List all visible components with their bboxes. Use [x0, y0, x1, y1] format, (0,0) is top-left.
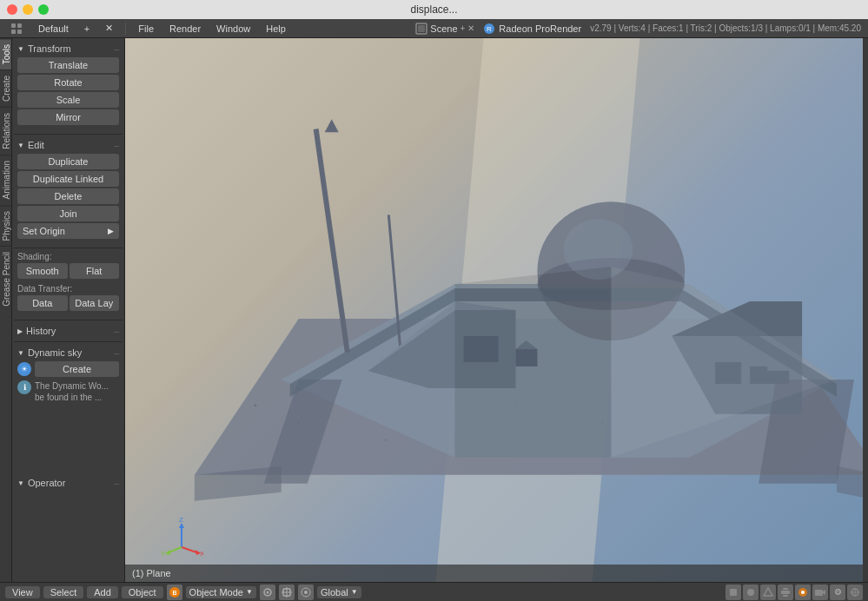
transform-section-content: Translate Rotate Scale Mirror: [14, 57, 123, 130]
panel-spacer: [14, 406, 123, 476]
view-menu-button[interactable]: View: [5, 586, 40, 598]
file-menu[interactable]: File: [131, 22, 161, 36]
add-layout-button[interactable]: +: [77, 22, 96, 36]
shading-buttons-row: Smooth Flat: [17, 263, 119, 279]
object-mode-arrow: ▼: [246, 588, 253, 596]
delete-button[interactable]: Delete: [17, 188, 119, 204]
render-icon[interactable]: [795, 584, 811, 600]
window-menu[interactable]: Window: [209, 22, 257, 36]
scene-icon: [415, 23, 427, 35]
camera-icon[interactable]: [812, 584, 828, 600]
join-button[interactable]: Join: [17, 206, 119, 221]
history-label: History: [26, 326, 56, 336]
scale-button[interactable]: Scale: [17, 92, 119, 108]
remove-layout-button[interactable]: ✕: [98, 21, 120, 36]
svg-text:Z: Z: [179, 516, 183, 524]
svg-rect-64: [730, 589, 737, 596]
object-mode-dropdown[interactable]: Object Mode ▼: [186, 586, 256, 598]
operator-section-header[interactable]: ▼ Operator –: [14, 476, 123, 490]
object-menu-button[interactable]: Object: [122, 586, 163, 598]
help-menu[interactable]: Help: [259, 22, 293, 36]
maximize-button[interactable]: [38, 4, 49, 15]
status-icon-1[interactable]: [726, 584, 741, 600]
translate-button[interactable]: Translate: [17, 57, 119, 73]
svg-point-65: [747, 589, 754, 596]
set-origin-dropdown[interactable]: Set Origin ▶: [17, 223, 119, 239]
svg-marker-42: [455, 267, 612, 458]
tools-tab[interactable]: Tools: [0, 38, 11, 69]
dynamic-sky-info: ℹ The Dynamic Wo... be found in the ...: [17, 380, 119, 403]
svg-marker-73: [823, 590, 825, 595]
data-transfer-section: Data Transfer: Data Data Lay: [14, 284, 123, 316]
edit-section-content: Duplicate Duplicate Linked Delete Join S…: [14, 154, 123, 244]
render-engine[interactable]: Radeon ProRender: [499, 23, 581, 34]
duplicate-linked-button[interactable]: Duplicate Linked: [17, 171, 119, 187]
history-collapse-icon: ▶: [17, 327, 23, 335]
dynamic-sky-content: ☀ Create ℹ The Dynamic Wo... be found in…: [14, 361, 123, 406]
section-divider-1: [14, 134, 123, 135]
section-divider-2: [14, 248, 123, 248]
window-title: displace...: [410, 3, 457, 16]
svg-point-63: [304, 591, 308, 594]
mirror-button[interactable]: Mirror: [17, 109, 119, 125]
edit-section-header[interactable]: ▼ Edit –: [14, 138, 123, 152]
left-panel: ▼ Transform – Translate Rotate Scale Mir…: [12, 38, 125, 582]
animation-tab[interactable]: Animation: [0, 155, 11, 204]
minimize-button[interactable]: [23, 4, 33, 15]
transform-icon[interactable]: [279, 584, 295, 600]
svg-marker-45: [837, 466, 863, 501]
dynamic-sky-section-header[interactable]: ▼ Dynamic sky –: [14, 346, 123, 360]
close-button[interactable]: [7, 4, 17, 15]
data-lay-button[interactable]: Data Lay: [70, 295, 120, 311]
dynamic-sky-label: Dynamic sky: [28, 347, 82, 358]
default-layout[interactable]: Default: [31, 22, 76, 36]
snap-icon[interactable]: [260, 584, 275, 600]
rotate-button[interactable]: Rotate: [17, 75, 119, 90]
status-icon-3[interactable]: [760, 584, 776, 600]
menubar: Default + ✕ File Render Window Help Scen…: [0, 19, 868, 38]
global-label: Global: [321, 587, 348, 598]
svg-point-58: [266, 591, 268, 593]
blender-icon[interactable]: B: [167, 584, 182, 600]
add-menu-button[interactable]: Add: [87, 586, 118, 598]
svg-rect-1: [17, 23, 22, 28]
grease-pencil-tab[interactable]: Grease Pencil: [0, 246, 11, 312]
edit-collapse-icon: ▼: [17, 142, 24, 149]
layout-icon[interactable]: [3, 21, 30, 36]
render-engine-icon: R: [483, 23, 495, 35]
shading-label: Shading:: [17, 252, 119, 261]
settings-icon-1[interactable]: ⚙: [830, 584, 845, 600]
svg-marker-23: [325, 119, 339, 132]
history-section-header[interactable]: ▶ History –: [14, 324, 123, 338]
viewport[interactable]: Remaining: 0:00:00 Iteration: 50/50: [125, 38, 863, 582]
transform-collapse-icon: ▼: [17, 45, 24, 53]
operator-label: Operator: [28, 478, 65, 488]
global-arrow: ▼: [351, 588, 358, 596]
duplicate-button[interactable]: Duplicate: [17, 154, 119, 169]
section-divider-3: [14, 320, 123, 320]
svg-text:B: B: [172, 590, 176, 596]
create-tab[interactable]: Create: [0, 69, 11, 107]
dynamic-sky-divider: –: [114, 348, 119, 358]
relations-tab[interactable]: Relations: [0, 107, 11, 155]
render-menu[interactable]: Render: [162, 22, 208, 36]
transform-label: Transform: [28, 43, 71, 54]
select-menu-button[interactable]: Select: [43, 586, 84, 598]
transform-section-header[interactable]: ▼ Transform –: [14, 42, 123, 56]
data-button[interactable]: Data: [17, 295, 68, 311]
create-button[interactable]: Create: [35, 361, 119, 377]
settings-icon-2[interactable]: [847, 584, 863, 600]
history-divider: –: [114, 327, 119, 336]
proportional-edit-icon[interactable]: [298, 584, 314, 600]
status-icon-4[interactable]: [778, 584, 793, 600]
svg-rect-67: [781, 591, 790, 594]
global-dropdown[interactable]: Global ▼: [317, 586, 361, 598]
flat-button[interactable]: Flat: [70, 263, 120, 279]
scene-name[interactable]: Scene: [430, 23, 457, 34]
svg-rect-69: [783, 595, 788, 597]
status-icon-2[interactable]: [743, 584, 759, 600]
blender-info: v2.79 | Verts:4 | Faces:1 | Tris:2 | Obj…: [590, 23, 861, 33]
smooth-button[interactable]: Smooth: [17, 263, 68, 279]
physics-tab[interactable]: Physics: [0, 205, 11, 246]
edit-label: Edit: [28, 140, 44, 150]
